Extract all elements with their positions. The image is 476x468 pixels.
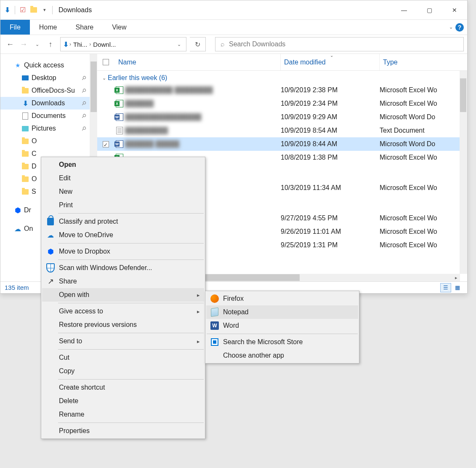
scroll-right-icon[interactable]: ▸ <box>452 274 460 281</box>
ctx-share[interactable]: ↗Share <box>42 275 204 288</box>
menu-separator <box>58 243 204 243</box>
submenu-choose-app[interactable]: Choose another app <box>206 349 358 362</box>
search-input[interactable] <box>229 40 458 48</box>
qat-properties-icon[interactable]: ☑ <box>18 5 28 15</box>
submenu-word[interactable]: WWord <box>206 319 358 332</box>
sidebar-label: Downloads <box>32 99 65 107</box>
file-date: 10/3/2019 11:34 AM <box>281 184 380 192</box>
column-date[interactable]: ⌄Date modified <box>280 54 379 70</box>
close-button[interactable]: ✕ <box>442 0 467 20</box>
sidebar-item[interactable]: O <box>0 135 97 147</box>
file-type: Microsoft Excel Wo <box>380 214 467 222</box>
select-all-checkbox[interactable] <box>97 59 114 65</box>
vertical-scrollbar[interactable] <box>460 71 467 274</box>
share-icon: ↗ <box>46 277 55 286</box>
ctx-create-shortcut[interactable]: Create shortcut <box>42 381 204 394</box>
submenu-firefox[interactable]: Firefox <box>206 292 358 305</box>
separator <box>15 6 15 14</box>
submenu-notepad[interactable]: Notepad <box>206 305 358 319</box>
ctx-new[interactable]: New <box>42 185 204 198</box>
row-checkbox[interactable] <box>97 141 114 147</box>
ctx-classify[interactable]: Classify and protect <box>42 215 204 228</box>
sidebar-item-pictures[interactable]: Pictures ⚲ <box>0 122 97 135</box>
ribbon-expand-icon[interactable]: ⌄ <box>449 24 453 30</box>
chevron-right-icon: ▸ <box>197 308 200 315</box>
submenu-store[interactable]: Search the Microsoft Store <box>206 335 358 349</box>
help-icon[interactable]: ? <box>455 23 464 32</box>
onedrive-icon: ☁ <box>46 230 55 240</box>
folder-icon <box>21 87 29 94</box>
up-button[interactable]: ↑ <box>46 40 55 49</box>
ctx-print[interactable]: Print <box>42 198 204 212</box>
scrollbar-thumb[interactable] <box>90 62 97 112</box>
sidebar-item-desktop[interactable]: Desktop ⚲ <box>0 72 97 84</box>
sidebar-label: S <box>32 188 36 195</box>
thumbnails-view-button[interactable]: ▦ <box>452 283 463 292</box>
file-row[interactable]: ██████████ ████████10/9/2019 2:38 PMMicr… <box>97 83 467 97</box>
breadcrumb-current[interactable]: Downl... <box>92 41 117 48</box>
chevron-right-icon: ▸ <box>197 292 200 298</box>
menu-separator <box>58 349 204 350</box>
tab-share[interactable]: Share <box>66 20 103 35</box>
ctx-cut[interactable]: Cut <box>42 351 204 364</box>
tab-view[interactable]: View <box>103 20 136 35</box>
tab-home[interactable]: Home <box>30 20 66 35</box>
ctx-send-to[interactable]: Send to▸ <box>42 334 204 348</box>
details-view-button[interactable]: ☰ <box>440 283 451 292</box>
ctx-copy[interactable]: Copy <box>42 364 204 378</box>
file-date: 10/9/2019 9:29 AM <box>281 113 380 121</box>
ctx-move-onedrive[interactable]: ☁Move to OneDrive <box>42 228 204 242</box>
sidebar-label: On <box>24 225 33 233</box>
chevron-right-icon[interactable]: › <box>88 41 92 47</box>
search-box[interactable]: ⌕ <box>215 37 464 51</box>
column-name[interactable]: Name <box>114 59 280 66</box>
submenu-label: Word <box>223 322 239 329</box>
history-dropdown-icon[interactable]: ⌄ <box>32 42 42 47</box>
ctx-restore-versions[interactable]: Restore previous versions <box>42 318 204 332</box>
ctx-rename[interactable]: Rename <box>42 408 204 421</box>
column-type[interactable]: Type <box>379 54 467 70</box>
sidebar-item-documents[interactable]: Documents ⚲ <box>0 110 97 122</box>
file-type: Microsoft Excel Wo <box>380 184 467 192</box>
ctx-properties[interactable]: Properties <box>42 424 204 438</box>
minimize-button[interactable]: — <box>391 0 417 20</box>
qat-dropdown-icon[interactable]: ▾ <box>40 5 50 15</box>
ctx-delete[interactable]: Delete <box>42 394 204 408</box>
pin-icon: ⚲ <box>80 87 88 94</box>
ctx-open[interactable]: Open <box>42 158 204 171</box>
menu-separator <box>207 334 358 334</box>
file-row[interactable]: ████████████████10/9/2019 9:29 AMMicroso… <box>97 110 467 124</box>
file-row[interactable]: ██████ █████10/9/2019 8:44 AMMicrosoft W… <box>97 137 467 151</box>
ctx-label: Share <box>59 278 77 285</box>
notepad-icon <box>210 308 219 317</box>
file-row[interactable]: █████████10/9/2019 8:54 AMText Document <box>97 124 467 137</box>
scrollbar-thumb[interactable] <box>460 78 466 112</box>
ctx-give-access[interactable]: Give access to▸ <box>42 305 204 318</box>
sidebar-quick-access[interactable]: ★ Quick access <box>0 59 97 72</box>
qat-folder-icon[interactable] <box>29 5 39 15</box>
back-button[interactable]: ← <box>5 40 15 49</box>
file-date: 10/9/2019 8:44 AM <box>281 140 380 148</box>
sidebar-item-officedocs[interactable]: OfficeDocs-Su ⚲ <box>0 84 97 97</box>
sidebar-label: Dr <box>24 206 31 214</box>
chevron-right-icon[interactable]: › <box>69 41 72 47</box>
ctx-move-dropbox[interactable]: ⬢Move to Dropbox <box>42 245 204 258</box>
tab-file[interactable]: File <box>0 20 30 35</box>
address-dropdown-icon[interactable]: ⌄ <box>175 42 183 47</box>
address-bar[interactable]: ⬇ › Thi... › Downl... ⌄ <box>60 37 186 51</box>
ctx-edit[interactable]: Edit <box>42 171 204 185</box>
refresh-button[interactable]: ↻ <box>190 37 206 51</box>
group-header[interactable]: ⌄ Earlier this week (6) <box>97 71 467 83</box>
ctx-open-with[interactable]: Open with▸ <box>42 288 204 302</box>
pin-icon: ⚲ <box>80 74 88 82</box>
forward-button[interactable]: → <box>19 40 28 49</box>
file-row[interactable]: ██████10/9/2019 2:34 PMMicrosoft Excel W… <box>97 97 467 110</box>
file-date: 10/8/2019 1:38 PM <box>281 154 380 161</box>
file-type: Microsoft Excel Wo <box>380 100 467 107</box>
breadcrumb-root[interactable]: Thi... <box>72 41 88 48</box>
document-icon <box>21 112 29 120</box>
sidebar-item-downloads[interactable]: ⬇ Downloads ⚲ <box>0 97 97 110</box>
menu-separator <box>58 213 204 214</box>
maximize-button[interactable]: ▢ <box>417 0 442 20</box>
ctx-scan-defender[interactable]: Scan with Windows Defender... <box>42 261 204 275</box>
